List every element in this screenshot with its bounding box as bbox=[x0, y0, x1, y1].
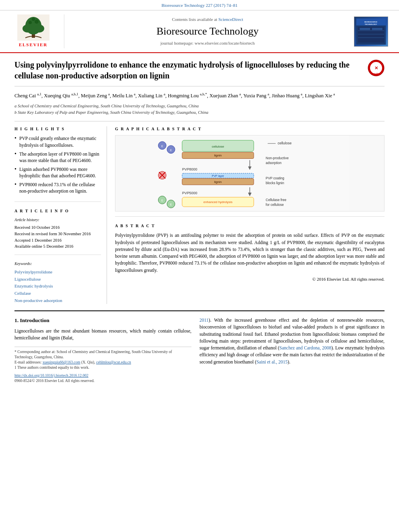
svg-text:enhanced hydrolysis: enhanced hydrolysis bbox=[204, 201, 232, 204]
affiliation-b: b State Key Laboratory of Pulp and Paper… bbox=[14, 109, 385, 116]
sciencedirect-link[interactable]: ScienceDirect bbox=[218, 17, 243, 22]
highlight-item: The adsorption layer of PVP8000 on ligni… bbox=[14, 151, 101, 164]
svg-text:TECHNOLOGY: TECHNOLOGY bbox=[364, 23, 377, 25]
svg-text:BIORESOURCE: BIORESOURCE bbox=[364, 21, 377, 23]
journal-title: Bioresource Technology bbox=[156, 24, 259, 39]
svg-text:E: E bbox=[170, 149, 172, 152]
journal-title-area: Contents lists available at ScienceDirec… bbox=[64, 14, 351, 48]
svg-text:for cellulose: for cellulose bbox=[266, 203, 284, 207]
highlights-header: H I G H L I G H T S bbox=[14, 126, 101, 132]
svg-text:adsorption: adsorption bbox=[266, 161, 282, 165]
journal-cover-area: BIORESOURCE TECHNOLOGY bbox=[351, 14, 391, 48]
article-title: Using polyvinylpyrrolidone to enhance th… bbox=[14, 60, 361, 81]
crossmark-icon: ✕ CrossMark bbox=[368, 60, 385, 76]
elsevier-logo: ELSEVIER bbox=[17, 14, 49, 48]
svg-text:lignin: lignin bbox=[214, 180, 222, 184]
body-right: 2011). With the increased greenhouse eff… bbox=[200, 317, 385, 384]
cover-thumbnail-icon: BIORESOURCE TECHNOLOGY bbox=[354, 18, 388, 45]
body-left: 1. Introduction Lignocelluloses are the … bbox=[14, 317, 191, 384]
intro-heading: 1. Introduction bbox=[14, 317, 191, 325]
svg-point-3 bbox=[23, 25, 32, 33]
right-column: G R A P H I C A L A B S T R A C T cellul… bbox=[115, 126, 385, 304]
svg-point-5 bbox=[29, 21, 32, 24]
email-qiu-link[interactable]: xueqingqiu66@163.com bbox=[43, 360, 80, 364]
ref-link-sanchez[interactable]: Sanchez and Cardona, 2008 bbox=[280, 345, 331, 350]
svg-point-6 bbox=[35, 20, 39, 24]
affiliation-a: a School of Chemistry and Chemical Engin… bbox=[14, 103, 385, 109]
footnotes-section: * Corresponding author at: School of Che… bbox=[14, 347, 191, 384]
graphical-abstract-header: G R A P H I C A L A B S T R A C T bbox=[115, 126, 385, 132]
svg-text:cellulose: cellulose bbox=[278, 141, 292, 145]
affiliations-section: a School of Chemistry and Chemical Engin… bbox=[14, 103, 385, 116]
abstract-copyright: © 2016 Elsevier Ltd. All rights reserved… bbox=[115, 276, 385, 282]
svg-text:PVP layer: PVP layer bbox=[212, 175, 224, 178]
abstract-text: Polyvinylpyrrolidone (PVP) is an antifou… bbox=[115, 232, 385, 274]
article-info-section: A R T I C L E I N F O Article history: R… bbox=[14, 208, 101, 255]
svg-text:E: E bbox=[161, 199, 163, 202]
highlight-item: PVP could greatly enhance the enzymatic … bbox=[14, 135, 101, 148]
authors-section: Cheng Cai a,1, Xueqing Qiu a,b,1, Meijun… bbox=[14, 91, 385, 100]
abstract-header: A B S T R A C T bbox=[115, 223, 385, 229]
publisher-logo-area: ELSEVIER bbox=[8, 14, 64, 48]
sciencedirect-notice: Contents lists available at ScienceDirec… bbox=[172, 16, 243, 23]
email-addresses: E-mail addresses: xueqingqiu66@163.com (… bbox=[14, 360, 191, 365]
svg-text:lignin: lignin bbox=[214, 154, 222, 158]
highlights-section: H I G H L I G H T S PVP could greatly en… bbox=[14, 126, 101, 202]
crossmark-badge[interactable]: ✕ CrossMark bbox=[368, 60, 385, 76]
svg-text:Non-productive: Non-productive bbox=[266, 156, 289, 160]
svg-text:✕: ✕ bbox=[374, 66, 378, 70]
svg-text:E: E bbox=[161, 145, 163, 148]
intro-text-left: Lignocelluloses are the most abundant bi… bbox=[14, 328, 191, 342]
graphical-abstract-svg: cellulose cellulose lignin E E bbox=[115, 136, 384, 211]
article-info-header: A R T I C L E I N F O bbox=[14, 208, 101, 214]
journal-homepage: journal homepage: www.elsevier.com/locat… bbox=[160, 40, 255, 46]
intro-text-right: 2011). With the increased greenhouse eff… bbox=[200, 317, 385, 366]
svg-text:Cellulase free: Cellulase free bbox=[266, 198, 287, 202]
svg-text:E: E bbox=[170, 203, 172, 206]
revised-date: Received in revised form 30 November 201… bbox=[14, 231, 101, 237]
keyword-item: Lignocellulose bbox=[14, 276, 101, 283]
svg-text:blocks lignin: blocks lignin bbox=[266, 181, 284, 185]
keyword-item: Enzymatic hydrolysis bbox=[14, 283, 101, 290]
keyword-item: Cellulase bbox=[14, 290, 101, 297]
elsevier-tree-icon bbox=[17, 14, 49, 41]
keywords-section: Keywords: Polyvinylpyrrolidone Lignocell… bbox=[14, 261, 101, 304]
svg-point-7 bbox=[32, 18, 35, 21]
svg-text:CrossMark: CrossMark bbox=[371, 72, 381, 75]
journal-citation-bar: Bioresource Technology 227 (2017) 74–81 bbox=[0, 0, 399, 10]
highlights-list: PVP could greatly enhance the enzymatic … bbox=[14, 135, 101, 194]
svg-rect-17 bbox=[372, 28, 382, 30]
journal-header: ELSEVIER Contents lists available at Sci… bbox=[0, 10, 399, 53]
highlight-item: PVP8000 reduced 73.1% of the cellulase n… bbox=[14, 181, 101, 194]
highlights-abstract-section: H I G H L I G H T S PVP could greatly en… bbox=[14, 121, 385, 304]
svg-text:cellulose: cellulose bbox=[212, 145, 224, 148]
article-title-section: Using polyvinylpyrrolidone to enhance th… bbox=[14, 60, 385, 86]
main-content: Using polyvinylpyrrolidone to enhance th… bbox=[0, 53, 399, 392]
ref-link-2011[interactable]: 2011 bbox=[200, 318, 209, 322]
footnote-equal-contribution: 1 These authors contributed equally to t… bbox=[14, 365, 191, 370]
svg-rect-16 bbox=[360, 28, 370, 30]
svg-text:PVP coating: PVP coating bbox=[266, 176, 284, 180]
journal-cover-image: BIORESOURCE TECHNOLOGY bbox=[354, 16, 388, 47]
body-section: 1. Introduction Lignocelluloses are the … bbox=[14, 310, 385, 384]
elsevier-wordmark: ELSEVIER bbox=[19, 42, 48, 48]
keyword-item: Non-productive adsorption bbox=[14, 297, 101, 304]
graphical-abstract-image: cellulose cellulose lignin E E bbox=[115, 135, 385, 212]
email-lou-link[interactable]: cehlmlou@scut.edu.cn bbox=[96, 360, 131, 364]
journal-citation: Bioresource Technology 227 (2017) 74–81 bbox=[161, 3, 237, 8]
svg-text:PVP5000: PVP5000 bbox=[182, 191, 197, 195]
abstract-section: A B S T R A C T Polyvinylpyrrolidone (PV… bbox=[115, 223, 385, 282]
corresponding-author-note: * Corresponding author at: School of Che… bbox=[14, 349, 191, 360]
graphical-abstract-section: G R A P H I C A L A B S T R A C T cellul… bbox=[115, 126, 385, 217]
svg-text:PVP8000: PVP8000 bbox=[182, 168, 197, 172]
keywords-header: Keywords: bbox=[14, 261, 101, 267]
left-column: H I G H L I G H T S PVP could greatly en… bbox=[14, 126, 107, 304]
ref-link-saini[interactable]: Saini et al., 2015 bbox=[256, 359, 288, 364]
received-date: Received 10 October 2016 bbox=[14, 224, 101, 231]
accepted-date: Accepted 1 December 2016 bbox=[14, 237, 101, 244]
svg-point-4 bbox=[35, 25, 44, 33]
doi-link[interactable]: http://dx.doi.org/10.1016/j.biortech.201… bbox=[14, 374, 88, 378]
keyword-item: Polyvinylpyrrolidone bbox=[14, 269, 101, 276]
issn-notice: 0960-8524/© 2016 Elsevier Ltd. All right… bbox=[14, 378, 191, 384]
article-history-header: Article history: bbox=[14, 217, 101, 223]
